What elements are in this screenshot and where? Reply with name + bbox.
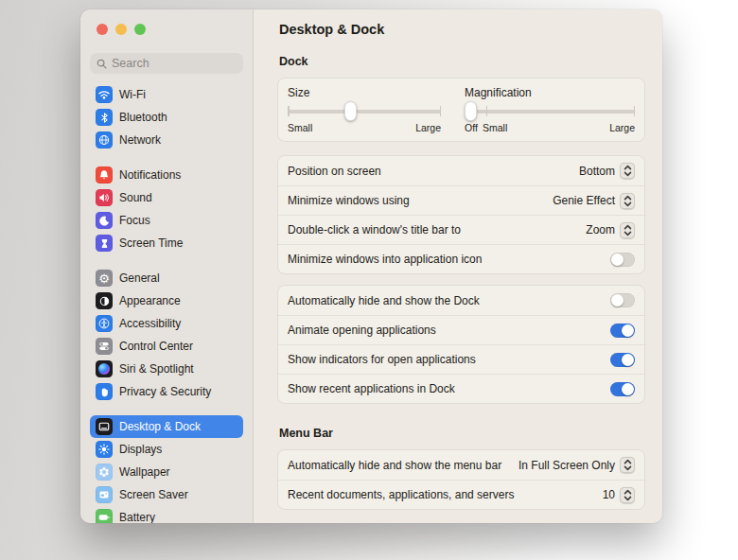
size-max-label: Large [415, 122, 441, 133]
zoom-button[interactable] [134, 24, 146, 35]
battery-icon [96, 509, 113, 523]
animate-opening-toggle[interactable] [610, 324, 635, 338]
position-popup-button[interactable]: Bottom [579, 163, 635, 179]
size-slider-label: Size [288, 86, 441, 99]
magnification-min-label: Small [483, 122, 507, 133]
recent-items-popup-button[interactable]: 10 [603, 487, 635, 503]
toggles-icon [96, 338, 113, 355]
size-slider-knob[interactable] [344, 101, 357, 121]
accessibility-icon [96, 315, 113, 332]
row-show-recents: Show recent applications in Dock [278, 374, 644, 403]
row-auto-hide-dock: Automatically hide and show the Dock [278, 286, 644, 315]
sun-icon [96, 441, 113, 458]
window-controls [90, 24, 243, 35]
siri-icon [96, 360, 113, 377]
size-min-label: Small [288, 122, 312, 133]
sidebar-item-label: Screen Time [119, 236, 183, 250]
moon-icon [96, 212, 113, 229]
dock-options-card: Position on screen Bottom Minimize windo… [277, 155, 645, 274]
desktop-background: Search Wi-Fi Bluetooth Network Notificat… [0, 0, 738, 560]
sidebar-group-system: ⚙ General Appearance Accessibility Contr… [90, 267, 243, 403]
sidebar-item-focus[interactable]: Focus [90, 209, 243, 232]
sidebar-item-label: Notifications [119, 168, 181, 182]
popup-value: 10 [603, 488, 615, 501]
row-minimize-into-app-icon: Minimize windows into application icon [278, 244, 644, 273]
row-double-click-title-bar: Double-click a window's title bar to Zoo… [278, 215, 644, 244]
hourglass-icon [96, 235, 113, 252]
row-label: Minimize windows using [288, 194, 410, 207]
sidebar: Search Wi-Fi Bluetooth Network Notificat… [80, 9, 254, 523]
sidebar-item-screen-time[interactable]: Screen Time [90, 232, 243, 254]
popup-value: Genie Effect [553, 194, 615, 207]
size-slider: Size Small Large [288, 86, 441, 134]
sidebar-group-alerts: Notifications Sound Focus Screen Time [90, 164, 243, 254]
desktop-dock-icon [96, 418, 113, 435]
row-label: Animate opening applications [288, 324, 436, 337]
sidebar-item-privacy-security[interactable]: Privacy & Security [90, 380, 243, 403]
size-slider-track[interactable] [288, 101, 441, 122]
close-button[interactable] [97, 24, 108, 35]
magnification-slider-track[interactable] [465, 101, 635, 122]
row-label: Show recent applications in Dock [288, 382, 455, 395]
show-indicators-toggle[interactable] [610, 353, 635, 367]
sidebar-item-label: Accessibility [119, 317, 181, 330]
sidebar-item-desktop-dock[interactable]: Desktop & Dock [90, 415, 243, 438]
chevron-updown-icon [620, 163, 635, 179]
double-click-popup-button[interactable]: Zoom [586, 222, 635, 238]
sidebar-item-label: Focus [119, 214, 150, 227]
magnification-slider-knob[interactable] [465, 101, 477, 121]
sidebar-item-label: Privacy & Security [119, 385, 211, 398]
popup-value: In Full Screen Only [518, 459, 615, 472]
sidebar-item-network[interactable]: Network [90, 129, 243, 151]
gear-icon: ⚙ [96, 270, 113, 287]
sidebar-item-notifications[interactable]: Notifications [90, 164, 243, 186]
row-label: Position on screen [288, 165, 381, 178]
bluetooth-icon [96, 109, 113, 126]
sidebar-item-appearance[interactable]: Appearance [90, 289, 243, 312]
sidebar-item-label: Appearance [119, 294, 181, 307]
row-show-indicators: Show indicators for open applications [278, 344, 644, 374]
sidebar-item-battery[interactable]: Battery [90, 506, 243, 523]
row-label: Double-click a window's title bar to [288, 223, 461, 236]
show-recents-toggle[interactable] [610, 382, 635, 396]
sidebar-item-accessibility[interactable]: Accessibility [90, 312, 243, 335]
sidebar-item-label: Wi-Fi [119, 88, 146, 101]
sidebar-item-wifi[interactable]: Wi-Fi [90, 83, 243, 106]
auto-hide-dock-toggle[interactable] [610, 293, 635, 307]
minimize-into-app-icon-toggle[interactable] [610, 253, 635, 267]
minimize-button[interactable] [115, 24, 127, 35]
magnification-max-label: Large [609, 122, 635, 133]
search-input[interactable]: Search [90, 53, 243, 74]
search-icon [97, 59, 107, 69]
row-recent-documents: Recent documents, applications, and serv… [278, 480, 644, 509]
magnification-slider-label: Magnification [465, 86, 635, 99]
minimize-effect-popup-button[interactable]: Genie Effect [553, 193, 635, 209]
sidebar-item-screen-saver[interactable]: Screen Saver [90, 483, 243, 506]
system-settings-window: Search Wi-Fi Bluetooth Network Notificat… [80, 9, 662, 523]
row-label: Recent documents, applications, and serv… [288, 488, 514, 501]
row-auto-hide-menu-bar: Automatically hide and show the menu bar… [278, 450, 644, 480]
sidebar-item-sound[interactable]: Sound [90, 186, 243, 209]
sidebar-item-label: Control Center [119, 340, 193, 353]
half-circle-icon [96, 292, 113, 309]
menu-bar-card: Automatically hide and show the menu bar… [277, 449, 645, 510]
sidebar-item-displays[interactable]: Displays [90, 438, 243, 461]
row-label: Automatically hide and show the menu bar [288, 459, 501, 472]
sidebar-item-label: Battery [119, 511, 155, 523]
sidebar-item-control-center[interactable]: Control Center [90, 335, 243, 358]
sidebar-item-siri-spotlight[interactable]: Siri & Spotlight [90, 358, 243, 380]
sidebar-item-bluetooth[interactable]: Bluetooth [90, 106, 243, 129]
row-position-on-screen: Position on screen Bottom [278, 156, 644, 185]
dock-section-heading: Dock [277, 55, 645, 68]
sidebar-item-general[interactable]: ⚙ General [90, 267, 243, 289]
row-label: Automatically hide and show the Dock [288, 294, 480, 307]
row-animate-opening: Animate opening applications [278, 315, 644, 344]
chevron-updown-icon [620, 457, 635, 473]
sidebar-item-label: Network [119, 133, 161, 147]
sidebar-item-wallpaper[interactable]: Wallpaper [90, 461, 243, 483]
row-minimize-windows-using: Minimize windows using Genie Effect [278, 185, 644, 215]
sidebar-item-label: Sound [119, 191, 152, 204]
page-title: Desktop & Dock [277, 22, 645, 37]
menu-bar-hide-popup-button[interactable]: In Full Screen Only [518, 457, 635, 473]
popup-value: Zoom [586, 223, 615, 236]
